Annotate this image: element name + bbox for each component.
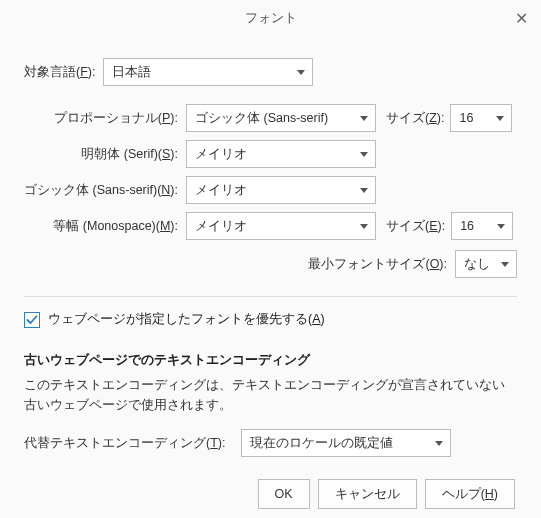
select-sans-wrap: メイリオ bbox=[186, 176, 376, 204]
label-minfont: 最小フォントサイズ(O): bbox=[308, 256, 455, 273]
checkbox-prefer-page-fonts[interactable] bbox=[24, 312, 40, 328]
label-serif: 明朝体 (Serif)(S): bbox=[24, 146, 186, 163]
select-fallback-wrap: 現在のロケールの既定値 bbox=[241, 429, 451, 457]
dialog-content: 対象言語(F): 日本語 プロポーショナル(P): ゴシック体 (Sans-se… bbox=[0, 36, 541, 518]
select-mono[interactable]: メイリオ bbox=[186, 212, 376, 240]
label-sans: ゴシック体 (Sans-serif)(N): bbox=[24, 182, 186, 199]
select-serif[interactable]: メイリオ bbox=[186, 140, 376, 168]
row-proportional: プロポーショナル(P): ゴシック体 (Sans-serif) サイズ(Z): … bbox=[24, 104, 517, 132]
help-button[interactable]: ヘルプ(H) bbox=[425, 479, 515, 509]
row-serif: 明朝体 (Serif)(S): メイリオ bbox=[24, 140, 517, 168]
select-size-z[interactable]: 16 bbox=[450, 104, 512, 132]
label-fallback: 代替テキストエンコーディング(T): bbox=[24, 435, 233, 452]
label-mono: 等幅 (Monospace)(M): bbox=[24, 218, 186, 235]
check-icon bbox=[26, 314, 38, 326]
select-fallback[interactable]: 現在のロケールの既定値 bbox=[241, 429, 451, 457]
close-icon: ✕ bbox=[515, 9, 528, 28]
button-bar: OK キャンセル ヘルプ(H) bbox=[24, 479, 517, 509]
row-minfont: 最小フォントサイズ(O): なし bbox=[24, 250, 517, 278]
label-size-e: サイズ(E): bbox=[386, 218, 445, 235]
row-sans: ゴシック体 (Sans-serif)(N): メイリオ bbox=[24, 176, 517, 204]
encoding-heading: 古いウェブページでのテキストエンコーディング bbox=[24, 352, 517, 369]
row-language: 対象言語(F): 日本語 bbox=[24, 58, 517, 86]
select-size-e[interactable]: 16 bbox=[451, 212, 513, 240]
select-minfont-wrap: なし bbox=[455, 250, 517, 278]
cancel-button[interactable]: キャンセル bbox=[318, 479, 417, 509]
select-proportional-wrap: ゴシック体 (Sans-serif) bbox=[186, 104, 376, 132]
separator bbox=[24, 296, 517, 297]
label-proportional: プロポーショナル(P): bbox=[24, 110, 186, 127]
dialog-title: フォント bbox=[245, 9, 297, 27]
ok-button[interactable]: OK bbox=[258, 479, 310, 509]
label-size-z: サイズ(Z): bbox=[386, 110, 444, 127]
checkbox-label: ウェブページが指定したフォントを優先する(A) bbox=[48, 311, 325, 328]
close-button[interactable]: ✕ bbox=[511, 8, 531, 28]
row-prefer-page-fonts: ウェブページが指定したフォントを優先する(A) bbox=[24, 311, 517, 328]
row-mono: 等幅 (Monospace)(M): メイリオ サイズ(E): 16 bbox=[24, 212, 517, 240]
select-language-wrap: 日本語 bbox=[103, 58, 313, 86]
row-fallback-encoding: 代替テキストエンコーディング(T): 現在のロケールの既定値 bbox=[24, 429, 517, 457]
select-language[interactable]: 日本語 bbox=[103, 58, 313, 86]
select-serif-wrap: メイリオ bbox=[186, 140, 376, 168]
select-size-e-wrap: 16 bbox=[451, 212, 513, 240]
select-sans[interactable]: メイリオ bbox=[186, 176, 376, 204]
label-language: 対象言語(F): bbox=[24, 64, 103, 81]
select-proportional[interactable]: ゴシック体 (Sans-serif) bbox=[186, 104, 376, 132]
encoding-desc: このテキストエンコーディングは、テキストエンコーディングが宣言されていない古いウ… bbox=[24, 375, 517, 415]
titlebar: フォント ✕ bbox=[0, 0, 541, 36]
select-size-z-wrap: 16 bbox=[450, 104, 512, 132]
select-mono-wrap: メイリオ bbox=[186, 212, 376, 240]
select-minfont[interactable]: なし bbox=[455, 250, 517, 278]
